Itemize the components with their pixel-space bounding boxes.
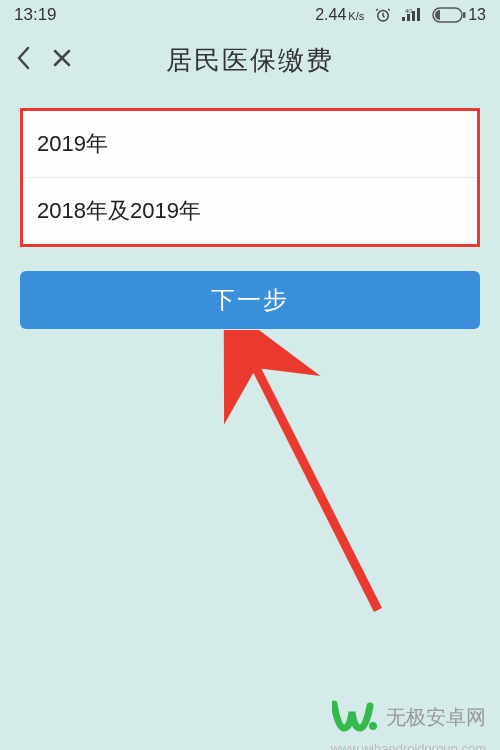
tutorial-arrow-annotation	[220, 330, 420, 624]
next-step-label: 下一步	[211, 284, 289, 316]
watermark-brand: 无极安卓网	[386, 704, 486, 731]
close-icon	[52, 48, 72, 68]
svg-rect-4	[417, 8, 420, 21]
year-options-highlight-box: 2019年 2018年及2019年	[20, 108, 480, 247]
net-speed-unit: K/s	[348, 10, 364, 22]
alarm-icon	[374, 6, 392, 24]
next-step-button[interactable]: 下一步	[20, 271, 480, 329]
battery-icon	[432, 7, 466, 23]
nav-bar: 居民医保缴费	[0, 30, 500, 90]
back-button[interactable]	[16, 46, 30, 74]
watermark-url: www.wjhandroidgroup.com	[331, 741, 486, 750]
signal-icon: 4G	[402, 7, 422, 23]
net-speed-value: 2.44	[315, 6, 346, 24]
status-time: 13:19	[14, 5, 315, 25]
close-button[interactable]	[52, 48, 72, 72]
battery-indicator: 13	[432, 6, 486, 24]
status-bar: 13:19 2.44 K/s 4G 13	[0, 0, 500, 30]
status-indicators: 2.44 K/s 4G 13	[315, 6, 486, 24]
year-option-2019[interactable]: 2019年	[23, 111, 477, 177]
net-speed: 2.44 K/s	[315, 6, 364, 24]
watermark-logo-icon	[332, 698, 378, 736]
battery-percent: 13	[468, 6, 486, 24]
watermark: 无极安卓网	[332, 698, 486, 736]
page-title: 居民医保缴费	[166, 43, 334, 78]
svg-text:4G: 4G	[405, 8, 413, 14]
svg-point-9	[369, 722, 377, 730]
chevron-left-icon	[16, 46, 30, 70]
year-option-2018-2019[interactable]: 2018年及2019年	[23, 177, 477, 244]
svg-rect-7	[463, 12, 466, 18]
svg-rect-1	[402, 17, 405, 21]
svg-rect-2	[407, 14, 410, 21]
svg-line-8	[248, 352, 378, 610]
content-area: 2019年 2018年及2019年	[0, 90, 500, 247]
